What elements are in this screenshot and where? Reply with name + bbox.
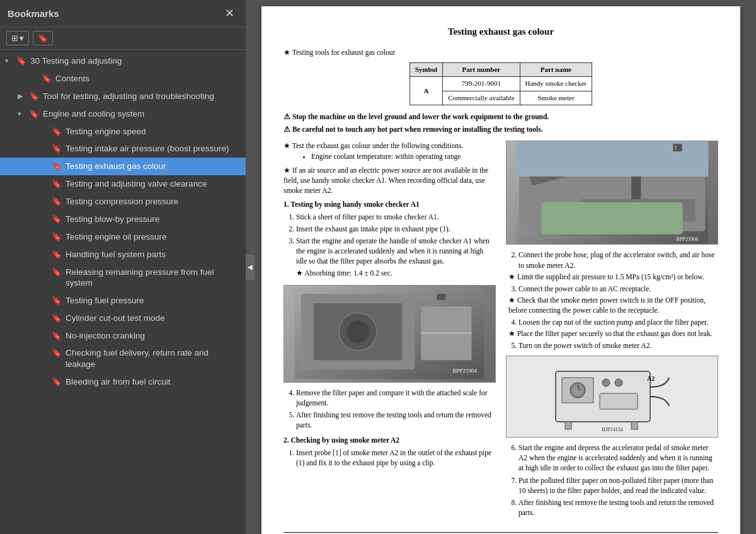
page-title: Testing exhaust gas colour <box>284 25 718 38</box>
sidebar-item-label-testing-engine-speed: Testing engine speed <box>66 126 241 137</box>
right-column: BPP21904 1 Connect the probe hose, plug … <box>506 141 718 519</box>
warning-2: Be careful not to touch any hot part whe… <box>284 124 718 134</box>
sidebar-item-label-testing-oil-pressure: Testing engine oil pressure <box>66 231 241 243</box>
bookmark-icon-releasing-pressure: 🔖 <box>52 267 62 278</box>
bookmark-icon-testing-intake: 🔖 <box>52 144 62 154</box>
bookmark-icon-contents: 🔖 <box>42 74 52 84</box>
sidebar-item-label-handling-fuel: Handling fuel system parts <box>66 249 241 260</box>
bookmark-icon-engine-cooling: 🔖 <box>29 109 39 120</box>
sidebar-item-handling-fuel[interactable]: 🔖Handling fuel system parts <box>0 246 246 264</box>
svg-rect-30 <box>631 422 638 429</box>
sidebar-item-releasing-pressure[interactable]: 🔖Releasing remaining pressure from fuel … <box>0 264 246 292</box>
col-symbol: Symbol <box>410 63 442 77</box>
sidebar-item-no-injection[interactable]: 🔖No-injection cranking <box>0 327 246 345</box>
sidebar-item-testing-blowby[interactable]: 🔖Testing blow-by pressure <box>0 211 246 228</box>
sidebar-item-contents[interactable]: 🔖Contents <box>0 70 246 88</box>
sidebar-item-cylinder-cutout[interactable]: 🔖Cylinder cut-out test mode <box>0 310 246 327</box>
step-after-photo-1: Remove the filter paper and compare it w… <box>296 388 496 408</box>
sidebar-tree: ▾🔖30 Testing and adjusting🔖Contents▶🔖Too… <box>0 50 246 534</box>
svg-text:A2: A2 <box>647 375 655 382</box>
collapse-sidebar-handle[interactable]: ◀ <box>246 255 255 280</box>
svg-point-25 <box>602 379 610 386</box>
bookmark-icon-testing-compression: 🔖 <box>52 197 62 207</box>
bookmark-icon-testing-exhaust: 🔖 <box>52 161 62 172</box>
right-step-5: Turn on the power switch of smoke meter … <box>518 340 718 351</box>
bookmark-icon-checking-fuel-delivery: 🔖 <box>52 348 62 359</box>
grid-icon: ⊞ <box>11 33 18 43</box>
sidebar-item-chapter30[interactable]: ▾🔖30 Testing and adjusting <box>0 52 246 70</box>
bookmark-icon-tool-for-testing: 🔖 <box>29 91 39 102</box>
sidebar-item-testing-fuel-pressure[interactable]: 🔖Testing fuel pressure <box>0 292 246 310</box>
bookmark-icon-handling-fuel: 🔖 <box>52 250 62 260</box>
engine-photo-svg: 1 BPP21904 <box>289 287 490 379</box>
chevron-left-icon: ◀ <box>248 264 253 270</box>
svg-rect-16 <box>541 202 682 235</box>
tree-toggle-tool-for-testing: ▶ <box>18 91 26 100</box>
sidebar-item-label-testing-blowby: Testing blow-by pressure <box>66 214 241 225</box>
bookmark-icon-bleeding-air: 🔖 <box>52 377 62 388</box>
sidebar-item-bleeding-air[interactable]: 🔖Bleeding air from fuel circuit <box>0 373 246 391</box>
sidebar-header: Bookmarks ✕ <box>0 0 246 27</box>
svg-rect-27 <box>600 393 638 409</box>
bullet-condition: Engine coolant temperature: within opera… <box>311 151 496 161</box>
sidebar-item-testing-compression[interactable]: 🔖Testing compression pressure <box>0 193 246 211</box>
left-column: ★ Test the exhaust gas colour under the … <box>284 141 496 519</box>
sidebar-item-label-cylinder-cutout: Cylinder cut-out test mode <box>66 313 241 324</box>
sidebar-item-testing-intake[interactable]: 🔖Testing intake air pressure (boost pres… <box>0 140 246 158</box>
sidebar-item-label-contents: Contents <box>55 73 241 84</box>
sidebar-item-label-testing-exhaust: Testing exhaust gas colour <box>66 161 241 172</box>
svg-text:BJP14154: BJP14154 <box>602 427 622 432</box>
view-mode-button[interactable]: ⊞ ▾ <box>6 31 29 45</box>
svg-text:BPP21904: BPP21904 <box>676 236 698 242</box>
step-1-3: Start the engine and operate the handle … <box>296 236 496 266</box>
dropdown-arrow-icon: ▾ <box>20 33 24 43</box>
sidebar-item-label-tool-for-testing: Tool for testing, adjusting and troubles… <box>43 91 241 102</box>
sidebar-item-label-engine-cooling: Engine and cooling system <box>43 108 241 120</box>
tree-toggle-chapter30: ▾ <box>5 56 14 65</box>
tools-section-label: Testing tools for exhaust gas colour <box>284 47 718 57</box>
step-1-2: Insert the exhaust gas intake pipe in ex… <box>296 224 496 234</box>
bookmark-icon: 🔖 <box>38 33 48 43</box>
right-step-4: Loosen the cap nut of the suction pump a… <box>518 317 718 339</box>
svg-point-4 <box>346 321 369 344</box>
sidebar-item-testing-oil-pressure[interactable]: 🔖Testing engine oil pressure <box>0 228 246 246</box>
col-part-number: Part number <box>443 63 520 77</box>
svg-text:BPP21904: BPP21904 <box>453 368 478 374</box>
smoke-meter-svg: A2 BJP14154 <box>549 359 675 434</box>
document-area[interactable]: Testing exhaust gas colour Testing tools… <box>246 0 756 534</box>
machine-photo: BPP21904 1 <box>506 141 718 245</box>
bookmark-icon-testing-blowby: 🔖 <box>52 214 62 225</box>
svg-point-23 <box>573 385 583 395</box>
sidebar-item-checking-fuel-delivery[interactable]: 🔖Checking fuel delivery, return rate and… <box>0 344 246 373</box>
sidebar: Bookmarks ✕ ⊞ ▾ 🔖 ▾🔖30 Testing and adjus… <box>0 0 246 534</box>
sidebar-item-label-testing-valve: Testing and adjusting valve clearance <box>66 178 241 190</box>
svg-rect-29 <box>565 422 571 429</box>
sidebar-item-label-no-injection: No-injection cranking <box>66 330 241 342</box>
sidebar-item-label-testing-fuel-pressure: Testing fuel pressure <box>66 295 241 306</box>
sidebar-item-testing-valve[interactable]: 🔖Testing and adjusting valve clearance <box>0 175 246 193</box>
bookmark-icon-chapter30: 🔖 <box>16 56 26 67</box>
sidebar-toolbar: ⊞ ▾ 🔖 <box>0 27 246 50</box>
sidebar-item-label-checking-fuel-delivery: Checking fuel delivery, return rate and … <box>66 347 241 369</box>
col-part-name: Part name <box>520 63 592 77</box>
right-step-6: Start the engine and depress the acceler… <box>518 443 718 473</box>
document-page-1: Testing exhaust gas colour Testing tools… <box>261 6 740 534</box>
sidebar-item-tool-for-testing[interactable]: ▶🔖Tool for testing, adjusting and troubl… <box>0 88 246 105</box>
step-2-1: Insert probe [1] of smoke meter A2 in th… <box>296 448 496 468</box>
bookmark-icon-no-injection: 🔖 <box>52 331 62 342</box>
sidebar-item-label-bleeding-air: Bleeding air from fuel circuit <box>66 376 241 388</box>
sidebar-item-label-testing-compression: Testing compression pressure <box>66 196 241 207</box>
step-1-1: Stick a sheet of filter paper to smoke c… <box>296 212 496 222</box>
sidebar-item-label-chapter30: 30 Testing and adjusting <box>30 55 241 67</box>
table-row: A 799-201-9001 Handy smoke checker <box>410 77 592 91</box>
bookmark-view-button[interactable]: 🔖 <box>33 31 53 45</box>
main-two-col: ★ Test the exhaust gas colour under the … <box>284 141 718 519</box>
sidebar-item-testing-exhaust[interactable]: 🔖Testing exhaust gas colour <box>0 158 246 175</box>
sidebar-item-engine-cooling[interactable]: ▾🔖Engine and cooling system <box>0 105 246 123</box>
right-step-8: After finishing test remove the testing … <box>518 497 718 518</box>
tree-toggle-engine-cooling: ▾ <box>18 109 26 118</box>
sidebar-close-button[interactable]: ✕ <box>221 5 238 21</box>
sidebar-item-testing-engine-speed[interactable]: 🔖Testing engine speed <box>0 123 246 141</box>
engine-photo: 1 BPP21904 <box>284 285 496 383</box>
svg-point-26 <box>615 379 622 386</box>
